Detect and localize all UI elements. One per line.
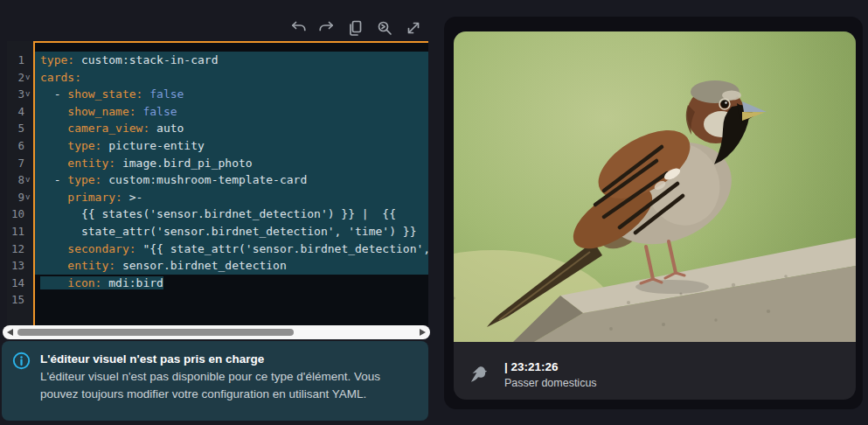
- gutter-row: 10v: [7, 206, 33, 223]
- editor-toolbar: [288, 18, 423, 38]
- code-line[interactable]: entity: sensor.birdnet_detection: [35, 257, 428, 275]
- gutter-row: 3v: [7, 86, 33, 103]
- notice-title: L'éditeur visuel n'est pas pris en charg…: [40, 351, 414, 368]
- scroll-right-arrow[interactable]: [420, 329, 426, 336]
- gutter-row: 6v: [7, 137, 33, 155]
- code-line[interactable]: camera_view: auto: [35, 120, 428, 137]
- gutter-row: 7v: [7, 155, 33, 172]
- code-line[interactable]: [35, 291, 428, 309]
- code-line[interactable]: cards:: [35, 69, 428, 87]
- gutter-row: 9v: [7, 189, 33, 206]
- code-line[interactable]: - type: custom:mushroom-template-card: [35, 171, 428, 189]
- bird-icon: [467, 363, 490, 386]
- gutter-row: 5v: [7, 120, 33, 137]
- gutter-row: 13v: [7, 257, 33, 275]
- code-line[interactable]: type: custom:stack-in-card: [35, 52, 428, 69]
- horizontal-scrollbar[interactable]: [3, 325, 430, 339]
- gutter-row: 1v: [7, 52, 33, 69]
- info-icon: [12, 352, 31, 373]
- code-line[interactable]: - show_state: false: [35, 86, 428, 103]
- search-icon[interactable]: [375, 18, 394, 38]
- fold-toggle-icon[interactable]: v: [25, 86, 33, 103]
- bird-photo: [454, 31, 856, 342]
- card-preview[interactable]: | 23:21:26 Passer domesticus: [454, 31, 856, 400]
- visual-editor-unsupported-notice: L'éditeur visuel n'est pas pris en charg…: [2, 341, 428, 421]
- code-line[interactable]: show_name: false: [35, 103, 428, 121]
- detection-footer[interactable]: | 23:21:26 Passer domesticus: [454, 345, 856, 400]
- gutter-row: 8v: [7, 171, 33, 189]
- expand-icon[interactable]: [404, 18, 423, 38]
- gutter-row: 11v: [7, 223, 33, 240]
- yaml-code-editor[interactable]: type: custom:stack-in-cardcards: - show_…: [33, 41, 428, 325]
- code-line[interactable]: type: picture-entity: [35, 137, 428, 155]
- card-preview-container: | 23:21:26 Passer domesticus: [444, 17, 863, 409]
- gutter-row: 2v: [7, 69, 33, 87]
- code-line[interactable]: state_attr('sensor.birdnet_detection', '…: [35, 223, 428, 240]
- gutter-row: 12v: [7, 240, 33, 258]
- notice-body: L'éditeur visuel n'est pas disponible po…: [40, 368, 414, 403]
- copy-icon[interactable]: [346, 18, 365, 38]
- gutter-row: 14v: [7, 275, 33, 292]
- gutter-row: 15v: [7, 291, 33, 309]
- detection-time: | 23:21:26: [504, 360, 597, 373]
- scroll-left-arrow[interactable]: [7, 329, 13, 336]
- code-line[interactable]: entity: image.bird_pi_photo: [35, 155, 428, 172]
- gutter-row: 4v: [7, 103, 33, 121]
- redo-icon[interactable]: [317, 18, 337, 38]
- code-line[interactable]: primary: >-: [35, 189, 428, 206]
- editor-gutter: 1v2v3v4v5v6v7v8v9v10v11v12v13v14v15v: [7, 41, 33, 325]
- scrollbar-thumb[interactable]: [17, 329, 293, 336]
- detection-species: Passer domesticus: [504, 377, 597, 389]
- code-line[interactable]: icon: mdi:bird: [35, 275, 428, 292]
- code-line[interactable]: secondary: "{{ state_attr('sensor.birdne…: [35, 240, 428, 258]
- fold-toggle-icon[interactable]: v: [25, 69, 33, 87]
- undo-icon[interactable]: [288, 18, 308, 38]
- fold-toggle-icon[interactable]: v: [25, 171, 33, 189]
- fold-toggle-icon[interactable]: v: [25, 189, 33, 206]
- code-line[interactable]: {{ states('sensor.birdnet_detection') }}…: [35, 206, 428, 223]
